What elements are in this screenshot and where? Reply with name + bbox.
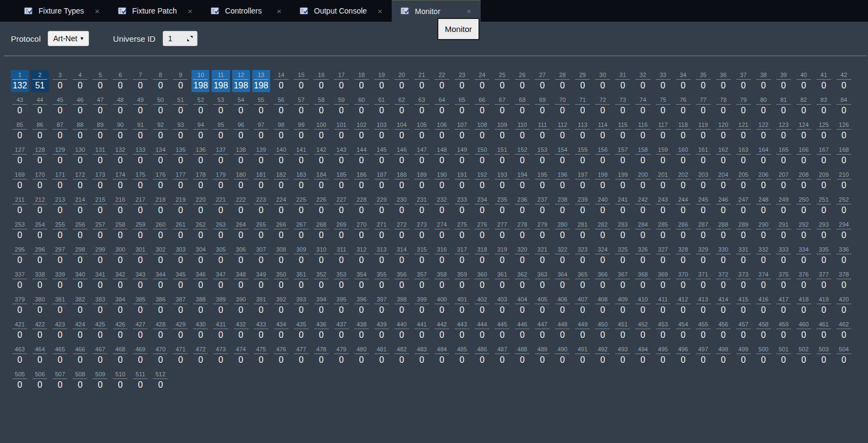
dmx-channel-124: 1240 (795, 120, 813, 142)
channel-number: 227 (334, 196, 349, 204)
dmx-channel-454: 4540 (674, 319, 692, 342)
dmx-channel-298: 2980 (71, 245, 89, 267)
dmx-channel-185: 1850 (333, 170, 350, 192)
channel-number: 356 (394, 271, 409, 279)
dmx-channel-441: 4410 (413, 319, 431, 342)
channel-number: 256 (73, 221, 87, 229)
channel-value: 0 (312, 105, 330, 117)
channel-value: 0 (815, 254, 833, 267)
close-icon[interactable]: × (465, 6, 473, 16)
channel-number: 104 (394, 121, 409, 130)
dmx-channel-30: 300 (593, 70, 611, 92)
tab-fixture-types[interactable]: Fixture Types × (15, 0, 109, 22)
universe-id-spinbox[interactable]: 1 (163, 31, 197, 46)
channel-value: 0 (151, 229, 169, 242)
channel-number: 208 (796, 171, 811, 179)
protocol-dropdown[interactable]: Art-Net ▼ (48, 31, 89, 46)
close-icon[interactable]: × (186, 6, 194, 16)
dmx-channel-385: 3850 (131, 294, 149, 317)
channel-number: 293 (816, 221, 831, 229)
channel-value: 0 (433, 229, 451, 242)
dmx-channel-194: 1940 (513, 170, 531, 192)
channel-value: 0 (413, 304, 431, 317)
dmx-channel-247: 2470 (735, 195, 752, 217)
channel-value: 0 (795, 204, 813, 217)
dmx-channel-12: 12198 (232, 70, 250, 92)
channel-value: 0 (71, 229, 89, 242)
dmx-channel-133: 1330 (131, 145, 149, 167)
dmx-channel-158: 1580 (634, 145, 652, 167)
channel-value: 0 (433, 354, 451, 367)
close-icon[interactable]: × (93, 6, 101, 16)
channel-number: 373 (736, 271, 751, 279)
channel-number: 437 (334, 321, 349, 329)
channel-value: 0 (614, 229, 631, 242)
dmx-channel-179: 1790 (212, 170, 229, 192)
channel-number: 63 (414, 97, 429, 105)
channel-value: 0 (674, 354, 692, 367)
dmx-channel-31: 310 (614, 70, 631, 92)
channel-number: 431 (213, 321, 228, 329)
channel-number: 420 (837, 296, 851, 304)
dmx-channel-260: 2600 (151, 220, 169, 242)
channel-value: 0 (111, 179, 129, 192)
tab-fixture-patch[interactable]: Fixture Patch × (109, 0, 202, 22)
channel-number: 7 (133, 72, 148, 80)
channel-value: 0 (735, 229, 752, 242)
dmx-channel-469: 4690 (131, 344, 149, 367)
close-icon[interactable]: × (376, 6, 384, 16)
dmx-channel-197: 1970 (573, 170, 591, 192)
dmx-channel-38: 380 (755, 70, 773, 92)
channel-number: 273 (414, 221, 429, 229)
channel-number: 163 (736, 146, 751, 155)
channel-value: 0 (393, 130, 411, 142)
dmx-channel-225: 2250 (292, 195, 310, 217)
channel-number: 450 (595, 321, 610, 329)
channel-number: 164 (756, 146, 771, 155)
channel-number: 127 (12, 146, 27, 155)
channel-number: 427 (133, 321, 148, 329)
channel-number: 348 (234, 271, 248, 279)
dmx-channel-21: 210 (413, 70, 431, 92)
dmx-channel-290: 2900 (755, 220, 773, 242)
channel-value: 0 (553, 229, 571, 242)
channel-number: 490 (555, 346, 570, 354)
dmx-channel-340: 3400 (71, 269, 89, 292)
dmx-channel-94: 940 (192, 120, 209, 142)
channel-number: 199 (615, 171, 630, 179)
channel-value: 0 (473, 105, 491, 117)
dmx-channel-505: 5050 (11, 369, 29, 391)
dmx-channel-440: 4400 (393, 319, 411, 342)
dmx-channel-427: 4270 (131, 319, 149, 342)
dmx-channel-483: 4830 (413, 344, 431, 367)
dmx-channel-19: 190 (373, 70, 391, 92)
channel-number: 213 (53, 196, 67, 204)
channel-value: 0 (453, 105, 471, 117)
dmx-channel-227: 2270 (333, 195, 350, 217)
dmx-channel-307: 3070 (252, 245, 270, 267)
channel-number: 477 (294, 346, 309, 354)
channel-number: 343 (133, 271, 148, 279)
channel-value: 0 (192, 130, 209, 142)
channel-value: 0 (151, 80, 169, 92)
channel-value: 0 (473, 329, 491, 342)
channel-number: 216 (113, 196, 127, 204)
tab-controllers[interactable]: Controllers × (202, 0, 291, 22)
channel-value: 0 (393, 279, 411, 292)
toolbar-separator (4, 55, 867, 56)
channel-value: 0 (31, 204, 49, 217)
close-icon[interactable]: × (275, 6, 283, 16)
channel-number: 261 (173, 221, 188, 229)
channel-number: 106 (435, 121, 449, 130)
channel-number: 416 (756, 296, 771, 304)
channel-value: 0 (373, 279, 391, 292)
channel-number: 40 (796, 72, 811, 80)
channel-number: 378 (837, 271, 851, 279)
channel-value: 0 (232, 179, 250, 192)
channel-number: 239 (575, 196, 590, 204)
channel-value: 0 (71, 179, 89, 192)
tab-output-console[interactable]: Output Console × (291, 0, 392, 22)
channel-value: 0 (735, 130, 752, 142)
channel-value: 0 (553, 155, 571, 167)
channel-number: 438 (354, 321, 369, 329)
